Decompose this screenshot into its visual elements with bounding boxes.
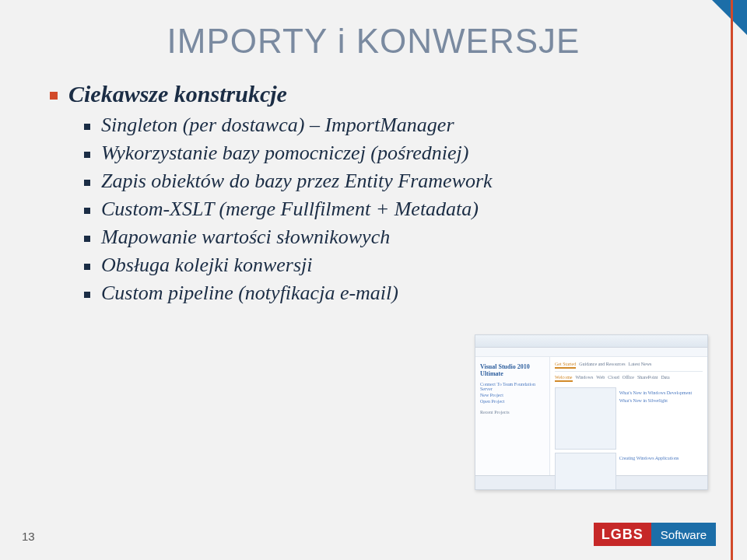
ide-brand: Visual Studio 2010 Ultimate	[480, 363, 545, 377]
list-item-heading: Ciekawsze konstrukcje	[68, 81, 287, 107]
list-item: Zapis obiektów do bazy przez Entity Fram…	[82, 170, 700, 193]
subtab: Office	[622, 375, 634, 382]
menubar	[475, 348, 707, 357]
list-item-text: Custom pipeline (notyfikacja e-mail)	[101, 282, 398, 304]
thumb-row: Creating Windows Applications	[555, 453, 703, 490]
logo: LGBS Software	[594, 523, 716, 546]
thumb-caption: Creating Windows Applications	[619, 456, 703, 460]
thumb-row: What's New in Windows Development What's…	[555, 387, 703, 450]
thumb	[555, 387, 616, 450]
recent-header: Recent Projects	[480, 410, 545, 415]
list-item-text: Mapowanie wartości słownikowych	[101, 226, 390, 248]
bullet-list-level1: Ciekawsze konstrukcje Singleton (per dos…	[47, 81, 700, 305]
thumb	[555, 453, 616, 490]
logo-left: LGBS	[594, 523, 651, 546]
list-item-text: Obsługa kolejki konwersji	[101, 254, 313, 276]
subtab: Cloud	[608, 375, 619, 382]
logo-right: Software	[651, 523, 716, 546]
side-link: Connect To Team Foundation Server	[480, 382, 545, 391]
tab: Guidance and Resources	[579, 362, 625, 369]
list-item: Custom-XSLT (merge Fullfilment + Metadat…	[82, 198, 700, 221]
tab-strip: Get Started Guidance and Resources Lates…	[555, 362, 703, 372]
subtab: SharePoint	[637, 375, 658, 382]
subtab: Web	[596, 375, 605, 382]
thumb-caption: What's New in Windows Development	[619, 390, 703, 395]
bullet-list-level2: Singleton (per dostawca) – ImportManager…	[82, 114, 700, 305]
subtab-strip: Welcome Windows Web Cloud Office SharePo…	[555, 375, 703, 384]
titlebar	[475, 335, 707, 348]
ide-body: Visual Studio 2010 Ultimate Connect To T…	[475, 357, 707, 475]
list-item: Custom pipeline (notyfikacja e-mail)	[82, 282, 700, 305]
subtab: Welcome	[555, 375, 573, 382]
subtab: Data	[661, 375, 669, 382]
list-item-text: Wykorzystanie bazy pomocniczej (pośredni…	[101, 142, 468, 164]
page-number: 13	[22, 530, 35, 543]
subtab: Windows	[576, 375, 594, 382]
list-item: Ciekawsze konstrukcje Singleton (per dos…	[47, 81, 700, 305]
start-sidepane: Visual Studio 2010 Ultimate Connect To T…	[475, 357, 550, 475]
list-item: Mapowanie wartości słownikowych	[82, 226, 700, 249]
start-main: Get Started Guidance and Resources Lates…	[550, 357, 707, 475]
list-item-text: Zapis obiektów do bazy przez Entity Fram…	[101, 170, 493, 192]
slide-title: IMPORTY i KONWERSJE	[47, 22, 700, 61]
ide-screenshot: Visual Studio 2010 Ultimate Connect To T…	[475, 334, 708, 490]
side-link: New Project	[480, 393, 545, 397]
tab: Latest News	[628, 362, 651, 369]
list-item: Wykorzystanie bazy pomocniczej (pośredni…	[82, 142, 700, 165]
thumb-caption: What's New in Silverlight	[619, 398, 703, 403]
tab: Get Started	[555, 362, 576, 369]
list-item: Obsługa kolejki konwersji	[82, 254, 700, 277]
list-item-text: Singleton (per dostawca) – ImportManager	[101, 114, 454, 136]
side-links: Connect To Team Foundation Server New Pr…	[480, 382, 545, 404]
list-item-text: Custom-XSLT (merge Fullfilment + Metadat…	[101, 198, 479, 220]
side-link: Open Project	[480, 399, 545, 404]
list-item: Singleton (per dostawca) – ImportManager	[82, 114, 700, 137]
